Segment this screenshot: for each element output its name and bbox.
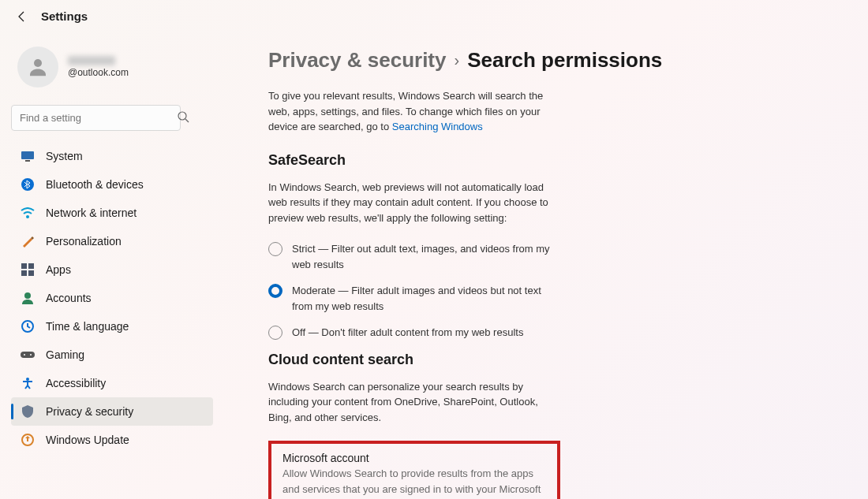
- sidebar-item-personalization[interactable]: Personalization: [11, 227, 213, 255]
- breadcrumb-parent[interactable]: Privacy & security: [268, 48, 446, 73]
- radio-label: Off — Don't filter adult content from my…: [292, 325, 523, 341]
- svg-rect-12: [21, 352, 35, 358]
- svg-point-14: [30, 354, 32, 356]
- toggle-title: Microsoft account: [282, 452, 546, 464]
- svg-point-1: [178, 112, 186, 120]
- svg-point-15: [26, 378, 29, 381]
- safesearch-option-0[interactable]: Strict — Filter out adult text, images, …: [268, 241, 552, 272]
- sidebar-item-apps[interactable]: Apps: [11, 255, 213, 284]
- sidebar-item-bluetooth[interactable]: Bluetooth & devices: [11, 170, 213, 199]
- sidebar-item-label: Privacy & security: [46, 405, 133, 418]
- cloud-desc: Windows Search can personalize your sear…: [268, 379, 552, 426]
- time-icon: [21, 319, 35, 333]
- main-content: Privacy & security › Search permissions …: [221, 32, 868, 499]
- update-icon: [21, 433, 35, 447]
- profile-name-redacted: [68, 56, 115, 65]
- sidebar-item-time[interactable]: Time & language: [11, 312, 213, 341]
- sidebar-item-accessibility[interactable]: Accessibility: [11, 369, 213, 397]
- cloud-item-0: Microsoft accountAllow Windows Search to…: [268, 441, 560, 499]
- svg-rect-9: [28, 270, 34, 276]
- profile-block[interactable]: @outlook.com: [11, 40, 213, 94]
- gaming-icon: [21, 348, 35, 362]
- svg-point-13: [24, 354, 25, 356]
- sidebar-item-label: Accessibility: [46, 377, 106, 389]
- searching-windows-link[interactable]: Searching Windows: [392, 121, 483, 132]
- intro-text: To give you relevant results, Windows Se…: [268, 88, 552, 135]
- network-icon: [21, 206, 35, 220]
- personalization-icon: [21, 234, 35, 248]
- sidebar-item-accounts[interactable]: Accounts: [11, 284, 213, 312]
- safesearch-desc: In Windows Search, web previews will not…: [268, 180, 552, 226]
- svg-rect-2: [21, 151, 34, 159]
- bluetooth-icon: [21, 177, 35, 192]
- sidebar-item-gaming[interactable]: Gaming: [11, 341, 213, 369]
- sidebar-item-label: Time & language: [46, 320, 129, 333]
- search-input[interactable]: [11, 105, 181, 131]
- svg-point-0: [34, 59, 42, 67]
- svg-rect-6: [21, 263, 27, 269]
- sidebar-item-label: System: [46, 150, 83, 162]
- system-icon: [21, 149, 35, 163]
- svg-point-10: [24, 292, 31, 299]
- safesearch-option-2[interactable]: Off — Don't filter adult content from my…: [268, 325, 552, 341]
- svg-rect-8: [21, 270, 27, 276]
- sidebar-item-update[interactable]: Windows Update: [11, 426, 213, 454]
- svg-rect-7: [28, 263, 34, 269]
- sidebar-item-label: Apps: [46, 263, 71, 276]
- radio-label: Moderate — Filter adult images and video…: [292, 283, 552, 314]
- sidebar-item-privacy[interactable]: Privacy & security: [11, 397, 213, 426]
- svg-rect-3: [25, 160, 30, 162]
- sidebar-item-label: Gaming: [46, 348, 84, 361]
- sidebar-item-label: Accounts: [46, 292, 92, 304]
- radio-label: Strict — Filter out adult text, images, …: [292, 241, 552, 272]
- back-button[interactable]: [16, 10, 28, 23]
- accounts-icon: [21, 291, 35, 305]
- svg-point-5: [26, 215, 29, 218]
- sidebar-item-label: Windows Update: [46, 434, 129, 446]
- radio-button[interactable]: [268, 326, 282, 340]
- app-title: Settings: [41, 9, 88, 23]
- apps-icon: [21, 263, 35, 277]
- accessibility-icon: [21, 376, 35, 390]
- cloud-heading: Cloud content search: [268, 352, 836, 368]
- safesearch-option-1[interactable]: Moderate — Filter adult images and video…: [268, 283, 552, 314]
- toggle-desc: Allow Windows Search to provide results …: [282, 466, 546, 499]
- sidebar: @outlook.com SystemBluetooth & devicesNe…: [0, 32, 221, 499]
- radio-button[interactable]: [268, 284, 282, 298]
- sidebar-item-system[interactable]: System: [11, 142, 213, 170]
- sidebar-item-network[interactable]: Network & internet: [11, 199, 213, 227]
- sidebar-item-label: Personalization: [46, 235, 122, 248]
- avatar: [17, 47, 58, 88]
- safesearch-heading: SafeSearch: [268, 152, 836, 169]
- chevron-right-icon: ›: [454, 51, 459, 69]
- breadcrumb-current: Search permissions: [467, 48, 662, 73]
- sidebar-item-label: Bluetooth & devices: [46, 178, 144, 191]
- profile-email: @outlook.com: [68, 67, 129, 78]
- radio-button[interactable]: [268, 242, 282, 256]
- privacy-icon: [21, 404, 35, 419]
- sidebar-item-label: Network & internet: [46, 207, 137, 219]
- breadcrumb: Privacy & security › Search permissions: [268, 48, 836, 73]
- search-icon: [177, 110, 189, 123]
